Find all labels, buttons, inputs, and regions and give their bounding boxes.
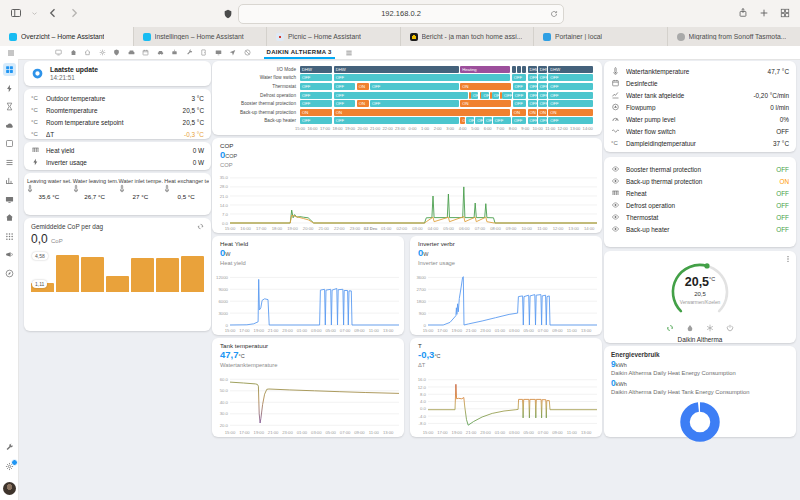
tab-overview-icon[interactable] <box>780 8 790 18</box>
entity-row[interactable]: Water pump level0% <box>604 113 796 125</box>
browser-tab[interactable]: Bericht - ja man toch home assi... <box>401 27 535 46</box>
water-drop-icon[interactable] <box>686 324 694 332</box>
entity-row[interactable]: Defrost operationOFF <box>604 199 796 211</box>
timeline-row[interactable]: ThermostatOFFOFFONOFFONOFFOFFOFFOFF <box>218 82 594 91</box>
entity-row[interactable]: Booster thermal protectionOFF <box>604 163 796 175</box>
entity-row[interactable]: °CΔT-0,3 °C <box>24 128 211 140</box>
timeline-row[interactable]: Water flow switchOFFOFFOFFOFFOFFOFF <box>218 74 594 83</box>
entity-row[interactable]: ReheatOFF <box>604 187 796 199</box>
entity-row[interactable]: Desinfectie <box>604 77 796 89</box>
entity-row[interactable]: Heat yield0 W <box>24 144 211 156</box>
new-tab-icon[interactable] <box>759 8 769 18</box>
glance-entity[interactable]: Water inlet tempe...27 °C <box>118 178 164 211</box>
delta-t-graph-card[interactable]: T -0,3°C ΔT 16.012.08.04.00.0-4.0-8.015:… <box>410 338 602 437</box>
cop-bar[interactable] <box>56 255 79 292</box>
timeline-row[interactable]: I/O ModeDHWDHWHeatingDHWDHWDHW <box>218 65 594 74</box>
history-timeline-card[interactable]: I/O ModeDHWDHWHeatingDHWDHWDHWWater flow… <box>212 61 602 135</box>
glance-entity[interactable]: Leaving water set...35,6 °C <box>26 178 72 211</box>
thermostat-card[interactable]: 20,5°C 20,5 Verwarmen/Koelen Daikin Alth… <box>604 251 796 343</box>
view-tab-calendar-icon[interactable] <box>142 49 149 56</box>
view-tab-door-icon[interactable] <box>200 49 207 56</box>
view-tab-shield-icon[interactable] <box>113 49 120 56</box>
back-icon[interactable] <box>47 7 59 19</box>
sidebar-hourglass-icon[interactable] <box>3 100 16 113</box>
timeline-row[interactable]: Back-up thermal protectionONONONONONON <box>218 108 594 117</box>
tab-daikin-altherma[interactable]: DAIKIN ALTHERMA 3 <box>264 47 335 59</box>
entity-row[interactable]: Back-up thermal protectionON <box>604 175 796 187</box>
cop-bar[interactable] <box>81 257 104 292</box>
privacy-shield-icon[interactable] <box>223 9 233 20</box>
chart-toggle-icon[interactable] <box>197 223 204 230</box>
view-tab-gear-icon[interactable] <box>99 49 106 56</box>
share-icon[interactable] <box>738 7 748 18</box>
view-tab-send-icon[interactable] <box>229 49 236 56</box>
entity-row[interactable]: Water tank afgeleide-0,20 °C/min <box>604 89 796 101</box>
forward-icon[interactable] <box>68 7 80 19</box>
user-avatar[interactable] <box>3 482 16 495</box>
browser-tab[interactable]: Migrating from Sonoff Tasmota... <box>668 27 800 46</box>
entity-row[interactable]: °CRoom temperature setpoint20,5 °C <box>24 116 211 128</box>
auto-mode-icon[interactable] <box>666 324 674 332</box>
thermostat-dial[interactable]: 20,5°C 20,5 Verwarmen/Koelen <box>661 258 739 320</box>
cop-bar[interactable] <box>156 258 179 292</box>
snowflake-icon[interactable] <box>706 324 714 332</box>
sidebar-home-icon[interactable] <box>3 211 16 224</box>
cop-bar[interactable] <box>106 276 129 292</box>
reload-icon[interactable] <box>550 10 558 18</box>
sidebar-developer-tools-icon[interactable] <box>3 441 16 454</box>
glance-entity[interactable]: Heat exchanger te...0,5 °C <box>163 178 209 211</box>
view-tab-home-outline-icon[interactable] <box>84 49 91 56</box>
view-tab-robot-icon[interactable] <box>171 49 178 56</box>
entity-row[interactable]: Flowpump0 l/min <box>604 101 796 113</box>
menu-icon[interactable] <box>7 49 15 57</box>
sidebar-box-icon[interactable] <box>3 137 16 150</box>
energy-card[interactable]: Energieverbruik 9kWh Daikin Altherma Dai… <box>604 346 796 437</box>
browser-tab[interactable]: Instellingen – Home Assistant <box>134 27 268 46</box>
timeline-row[interactable]: Booster thermal protectionOFFOFFONOFFONO… <box>218 99 594 108</box>
list-view-icon[interactable] <box>345 49 353 57</box>
sidebar-apps-icon[interactable] <box>3 230 16 243</box>
kebab-menu-icon[interactable] <box>784 255 792 263</box>
sidebar-grid-icon[interactable] <box>3 63 16 76</box>
sidebar-cloud-icon[interactable] <box>3 119 16 132</box>
address-bar[interactable]: 192.168.0.2 <box>238 4 564 24</box>
last-update-card[interactable]: Laatste update 14:21:51 <box>24 61 211 86</box>
cop-bar[interactable] <box>181 256 204 292</box>
cop-per-day-card[interactable]: Gemiddelde CoP per dag 0,0 CoP 4,58 1,11 <box>24 218 211 331</box>
entity-row[interactable]: Watertanktemperature47,7 °C <box>604 65 796 77</box>
view-tab-car-icon[interactable] <box>157 49 164 56</box>
entity-row[interactable]: °COutdoor temperature3 °C <box>24 92 211 104</box>
sidebar-lightning-icon[interactable] <box>3 82 16 95</box>
sidebar-settings-icon[interactable] <box>3 460 16 473</box>
sidebar-list-icon[interactable] <box>3 156 16 169</box>
browser-tab[interactable]: Picnic – Home Assistant <box>267 27 401 46</box>
entity-row[interactable]: Inverter usage0 W <box>24 156 211 168</box>
sidebar-megaphone-icon[interactable] <box>3 248 16 261</box>
view-tab-sofa-icon[interactable] <box>128 49 135 56</box>
browser-tab[interactable]: Portainer | local <box>534 27 668 46</box>
inverter-graph-card[interactable]: Inverter verbr 0W Inverter usage 3600270… <box>410 236 602 335</box>
view-tab-monitor-icon[interactable] <box>215 49 222 56</box>
sidebar-monitor-icon[interactable] <box>3 193 16 206</box>
chevron-down-icon[interactable] <box>31 10 38 17</box>
cop-graph-card[interactable]: COP 0COP COP 35.028.021.014.07.00.015:00… <box>212 138 602 233</box>
entity-row[interactable]: Back-up heaterOFF <box>604 223 796 235</box>
sidebar-chart-icon[interactable] <box>3 174 16 187</box>
sidebar-compass-icon[interactable] <box>3 267 16 280</box>
view-tab-tools-icon[interactable] <box>186 49 193 56</box>
view-tab-display-icon[interactable] <box>55 49 62 56</box>
tank-temp-graph-card[interactable]: Tank temperatuur 47,7°C Watertanktempera… <box>212 338 404 437</box>
sidebar-toggle-icon[interactable] <box>10 7 22 19</box>
power-icon[interactable] <box>726 324 734 332</box>
glance-entity[interactable]: Water leaving tem...26,7 °C <box>72 178 118 211</box>
browser-tab[interactable]: Overzicht – Home Assistant <box>0 27 134 46</box>
view-tab-cancel-icon[interactable] <box>244 49 251 56</box>
entity-row[interactable]: ThermostatOFF <box>604 211 796 223</box>
view-tab-home-icon[interactable] <box>70 49 77 56</box>
timeline-row[interactable]: Back-up heaterOFFOFFONOFFOFFOFFOFFOFFOFF… <box>218 117 594 126</box>
entity-row[interactable]: Water flow switchOFF <box>604 125 796 137</box>
heat-yield-graph-card[interactable]: Heat Yield 0W Heat yield 120009000600030… <box>212 236 404 335</box>
entity-row[interactable]: °CRoomtemperature20,5 °C <box>24 104 211 116</box>
entity-row[interactable]: °CDampleidingtemperatuur37 °C <box>604 137 796 149</box>
timeline-row[interactable]: Defrost operationOFFOFFOFFOFFOFFOFFOFFOF… <box>218 91 594 100</box>
